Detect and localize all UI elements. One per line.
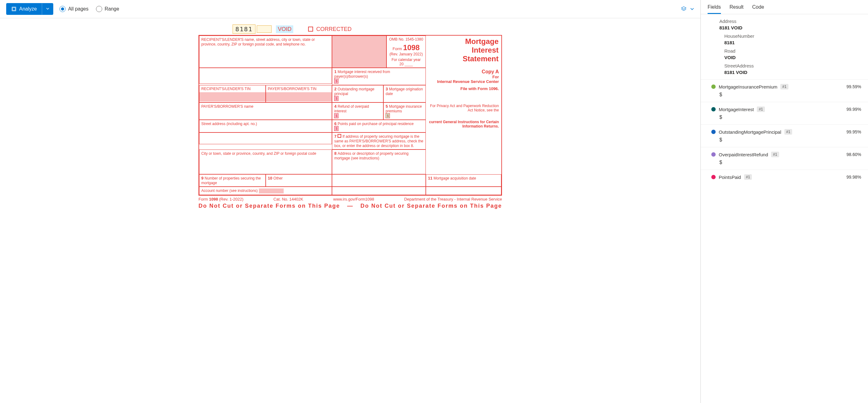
field-badge: #1 — [757, 106, 765, 112]
layers-dropdown[interactable] — [681, 6, 694, 12]
field-name: OverpaidInterestRefund — [719, 152, 768, 157]
field-value: $ — [719, 160, 861, 165]
form-footer: Form 1098 (Rev. 1-2022) Cat. No. 14402K … — [198, 197, 502, 201]
street-addr-value: 8181 VOID — [724, 70, 861, 75]
field-confidence: 99.99% — [847, 107, 861, 112]
box1-label: Mortgage interest received from payer(s)… — [334, 70, 390, 79]
form-warning: Do Not Cut or Separate Forms on This Pag… — [198, 203, 502, 209]
field-confidence: 98.60% — [847, 152, 861, 157]
color-dot-icon — [711, 107, 716, 111]
field-confidence: 99.59% — [847, 84, 861, 89]
analyze-button[interactable]: Analyze — [6, 3, 42, 15]
form-code: 8181 — [232, 25, 255, 34]
box5-label: Mortgage insurance premiums — [385, 104, 422, 113]
field-name: MortgageInterest — [719, 107, 754, 112]
layers-icon — [681, 6, 687, 12]
results-panel: Fields Result Code Address 8181 VOID Hou… — [701, 0, 868, 403]
field-entry[interactable]: OutstandingMortgagePrincipal#199.95%$ — [701, 125, 868, 147]
box3-label: Mortgage origination date — [385, 87, 423, 96]
box11-label: Mortgage acquisition date — [434, 176, 476, 180]
road-label: Road — [724, 48, 861, 54]
form-rev: (Rev. January 2022) — [389, 52, 424, 56]
fields-body[interactable]: Address 8181 VOID HouseNumber 8181 Road … — [701, 14, 868, 403]
for-label: For — [428, 75, 499, 79]
field-name: PointsPaid — [719, 175, 741, 180]
address-label: Address — [719, 19, 861, 24]
tab-code[interactable]: Code — [752, 4, 764, 14]
street-addr-label: StreetAddress — [724, 63, 861, 68]
field-value: $ — [719, 92, 861, 98]
radio-label: Range — [105, 6, 119, 12]
dollar-icon: $ — [334, 96, 338, 101]
color-dot-icon — [711, 175, 716, 179]
document-viewport[interactable]: 8181 VOID CORRECTED RECIPIENT'S/LENDER'S… — [0, 18, 701, 403]
privacy-notice-2: current General Instructions for Certain… — [426, 120, 501, 132]
box4-label: Refund of overpaid interest — [334, 104, 369, 113]
copy-a: Copy A — [428, 69, 499, 75]
cal-year: For calendar year — [389, 58, 424, 62]
recipient-label: RECIPIENT'S/LENDER'S name, street addres… — [201, 37, 315, 46]
box7-checkbox — [338, 134, 341, 138]
field-confidence: 99.95% — [847, 129, 861, 134]
dollar-icon: $ — [334, 113, 338, 118]
field-entry[interactable]: MortgageInterest#199.99%$ — [701, 102, 868, 125]
box9-label: Number of properties securing the mortga… — [201, 176, 261, 185]
road-value: VOID — [724, 55, 861, 60]
field-name: OutstandingMortgagePrincipal — [719, 129, 781, 135]
color-dot-icon — [711, 152, 716, 157]
acct-label: Account number (see instructions) — [201, 189, 258, 193]
toolbar: Analyze All pages Range — [0, 0, 701, 18]
privacy-notice: For Privacy Act and Paperwork Reduction … — [426, 102, 501, 120]
radio-all-pages[interactable]: All pages — [59, 6, 89, 12]
dollar-icon: $ — [334, 79, 338, 83]
tab-fields[interactable]: Fields — [708, 4, 721, 14]
payer-name-label: PAYER'S/BORROWER'S name — [201, 104, 253, 109]
form-title: MortgageInterestStatement — [429, 37, 499, 63]
form-1098: 8181 VOID CORRECTED RECIPIENT'S/LENDER'S… — [198, 25, 502, 209]
field-badge: #1 — [771, 152, 779, 157]
field-name: MortgageInsurancePremium — [719, 84, 777, 90]
box10-label: Other — [273, 176, 283, 180]
form-code-blank — [257, 25, 272, 33]
analyze-dropdown[interactable] — [42, 3, 53, 14]
field-confidence: 99.98% — [847, 175, 861, 179]
house-label: HouseNumber — [724, 33, 861, 39]
radio-icon — [96, 6, 102, 12]
field-entry[interactable]: OverpaidInterestRefund#198.60%$ — [701, 147, 868, 170]
chevron-down-icon — [46, 7, 50, 10]
form-number: 1098 — [403, 43, 420, 52]
color-dot-icon — [711, 85, 716, 89]
field-badge: #1 — [784, 129, 792, 135]
box7-label: If address of property securing mortgage… — [334, 134, 423, 148]
box8-label: Address or description of property secur… — [334, 152, 408, 160]
radio-label: All pages — [68, 6, 89, 12]
field-entry[interactable]: PointsPaid#199.98% — [701, 170, 868, 184]
analyze-label: Analyze — [19, 6, 37, 12]
page-range-group: All pages Range — [59, 6, 119, 12]
radio-range[interactable]: Range — [96, 6, 119, 12]
field-badge: #1 — [780, 84, 788, 90]
irs-center: Internal Revenue Service Center — [428, 79, 499, 84]
analyze-button-group: Analyze — [6, 3, 53, 15]
box2-label: Outstanding mortgage principal — [334, 87, 374, 96]
omb-label: OMB No. 1545-1380 — [389, 37, 424, 41]
analyze-icon — [11, 6, 17, 12]
field-value: $ — [719, 137, 861, 143]
address-value: 8181 VOID — [719, 25, 861, 30]
street-label: Street address (including apt. no.) — [201, 122, 257, 126]
corrected-checkbox — [308, 27, 313, 32]
svg-rect-0 — [12, 7, 16, 11]
tab-result[interactable]: Result — [730, 4, 744, 14]
corrected-label: CORRECTED — [316, 26, 351, 33]
color-dot-icon — [711, 130, 716, 134]
box6-label: Points paid on purchase of principal res… — [338, 122, 413, 126]
field-entry[interactable]: MortgageInsurancePremium#199.59%$ — [701, 79, 868, 102]
dollar-icon: $ — [385, 113, 390, 118]
pink-box — [332, 36, 386, 68]
file-with: File with Form 1096. — [426, 85, 501, 102]
house-value: 8181 — [724, 40, 861, 45]
void-label: VOID — [276, 25, 293, 33]
dollar-icon: $ — [334, 126, 338, 131]
city-label: City or town, state or province, country… — [201, 152, 316, 156]
tabs: Fields Result Code — [701, 0, 868, 14]
